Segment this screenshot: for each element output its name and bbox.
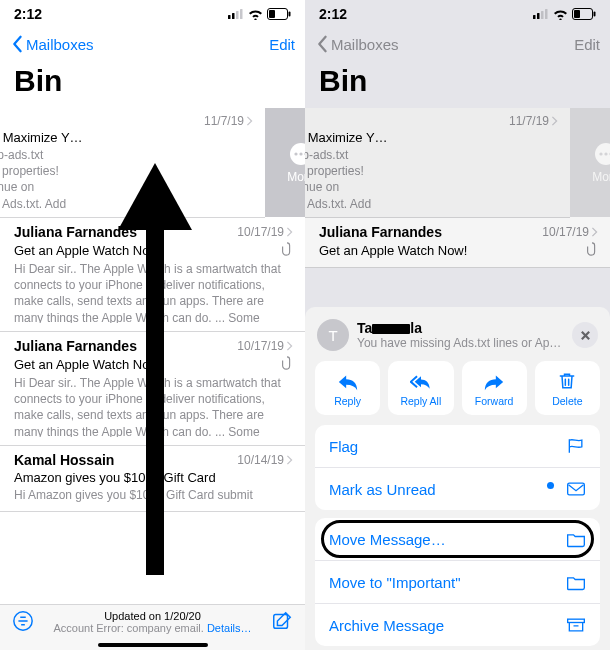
left-screen: 2:12 Mailboxes Edit Bin 11/7/19 es and M… [0, 0, 305, 650]
status-icons [228, 8, 291, 20]
svg-rect-3 [240, 9, 243, 19]
mail-subject: es and Maximize Y… [0, 130, 253, 145]
mark-unread-label: Mark as Unread [329, 481, 436, 498]
updated-label: Updated on 1/20/20 [34, 610, 271, 622]
svg-rect-16 [545, 9, 548, 19]
archive-message-label: Archive Message [329, 617, 444, 634]
mail-subject: Amazon gives you $1000 Gift Card [14, 470, 216, 485]
move-to-important-item[interactable]: Move to "Important" [315, 561, 600, 604]
mail-row[interactable]: Juliana Farnandes 10/17/19 Get an Apple … [0, 218, 305, 332]
delete-label: Delete [552, 395, 582, 407]
mark-unread-item[interactable]: Mark as Unread [315, 468, 600, 510]
move-message-item[interactable]: Move Message… [315, 518, 600, 561]
account-error: Account Error: company email. [53, 622, 206, 634]
mail-subject: Get an Apple Watch Now! [319, 243, 467, 258]
filter-button[interactable] [12, 610, 34, 634]
more-icon [594, 142, 610, 166]
reply-all-icon [410, 371, 432, 391]
mail-date: 11/7/19 [204, 114, 244, 128]
reply-label: Reply [334, 395, 361, 407]
swipe-actions: More Flag Delete [265, 108, 305, 217]
mail-preview: s or App-ads.txt laboola properties! re … [0, 147, 253, 209]
right-screen: 2:12 Mailboxes Edit Bin 11/7/19 es and M… [305, 0, 610, 650]
envelope-icon [566, 480, 586, 498]
back-button[interactable]: Mailboxes [315, 35, 399, 53]
edit-button[interactable]: Edit [574, 36, 600, 53]
forward-button[interactable]: Forward [462, 361, 527, 415]
chevron-right-icon [591, 227, 598, 237]
svg-rect-6 [289, 12, 291, 17]
chevron-right-icon [551, 116, 558, 126]
redacted [372, 324, 410, 334]
mail-sender: Juliana Farnandes [14, 224, 137, 240]
archive-message-item[interactable]: Archive Message [315, 604, 600, 646]
svg-rect-15 [541, 11, 544, 19]
move-message-label: Move Message… [329, 531, 446, 548]
mail-list[interactable]: 11/7/19 es and Maximize Y… s or App-ads.… [0, 108, 305, 512]
chevron-right-icon [246, 116, 253, 126]
mail-subject: es and Maximize Y… [305, 130, 558, 145]
wifi-icon [248, 9, 263, 20]
chevron-left-icon [315, 35, 329, 53]
swipe-more-label: More [287, 170, 305, 184]
compose-button[interactable] [271, 610, 293, 634]
reply-button[interactable]: Reply [315, 361, 380, 415]
close-button[interactable] [572, 322, 598, 348]
mail-subject: Get an Apple Watch Now! [14, 357, 162, 372]
swipe-more-button[interactable]: More [265, 108, 305, 217]
chevron-right-icon [286, 227, 293, 237]
flag-item[interactable]: Flag [315, 425, 600, 468]
mail-preview: Hi Dear sir.. The Apple Watch is a smart… [14, 375, 293, 437]
battery-icon [267, 8, 291, 20]
svg-rect-18 [574, 10, 580, 18]
folder-icon [566, 573, 586, 591]
reply-all-button[interactable]: Reply All [388, 361, 453, 415]
svg-point-21 [599, 152, 602, 155]
sheet-header: T Tala You have missing Ads.txt lines or… [315, 317, 600, 361]
unread-dot [547, 482, 554, 489]
mail-preview: Hi Amazon gives you $1000 Gift Card subm… [14, 487, 293, 503]
action-list: Flag Mark as Unread Move Message… Move t… [315, 425, 600, 646]
home-indicator[interactable] [98, 643, 208, 647]
status-icons [533, 8, 596, 20]
signal-icon [228, 9, 244, 19]
battery-icon [572, 8, 596, 20]
chevron-right-icon [286, 455, 293, 465]
mail-date: 10/14/19 [237, 453, 284, 467]
forward-icon [483, 371, 505, 391]
mail-list: 11/7/19 es and Maximize Y… s or App-ads.… [305, 108, 610, 268]
mail-row-swiped: 11/7/19 es and Maximize Y… s or App-ads.… [305, 108, 570, 218]
mail-row[interactable]: Juliana Farnandes 10/17/19 Get an Apple … [0, 332, 305, 446]
status-time: 2:12 [14, 6, 42, 22]
avatar: T [317, 319, 349, 351]
status-time: 2:12 [319, 6, 347, 22]
flag-icon [566, 437, 586, 455]
status-bar: 2:12 [0, 0, 305, 28]
delete-button[interactable]: Delete [535, 361, 600, 415]
attachment-icon [281, 242, 293, 259]
close-icon [580, 330, 591, 341]
nav-bar: Mailboxes Edit [0, 28, 305, 60]
edit-button[interactable]: Edit [269, 36, 295, 53]
svg-rect-14 [537, 13, 540, 19]
more-icon [289, 142, 305, 166]
status-text: Updated on 1/20/20 Account Error: compan… [34, 610, 271, 634]
move-to-important-label: Move to "Important" [329, 574, 461, 591]
svg-rect-25 [568, 619, 585, 622]
reply-all-label: Reply All [400, 395, 441, 407]
mail-preview: Hi Dear sir.. The Apple Watch is a smart… [14, 261, 293, 323]
chevron-right-icon [286, 341, 293, 351]
mail-sender: Juliana Farnandes [319, 224, 442, 240]
forward-label: Forward [475, 395, 514, 407]
back-label: Mailboxes [26, 36, 94, 53]
details-link[interactable]: Details… [207, 622, 252, 634]
filter-icon [12, 610, 34, 632]
reply-icon [337, 371, 359, 391]
mail-sender: Kamal Hossain [14, 452, 114, 468]
svg-rect-5 [269, 10, 275, 18]
swipe-actions: More Flag Delete [570, 108, 610, 217]
mail-row-swiped[interactable]: 11/7/19 es and Maximize Y… s or App-ads.… [0, 108, 265, 218]
back-button[interactable]: Mailboxes [10, 35, 94, 53]
mail-row[interactable]: Kamal Hossain 10/14/19 Amazon gives you … [0, 446, 305, 512]
status-bar: 2:12 [305, 0, 610, 28]
